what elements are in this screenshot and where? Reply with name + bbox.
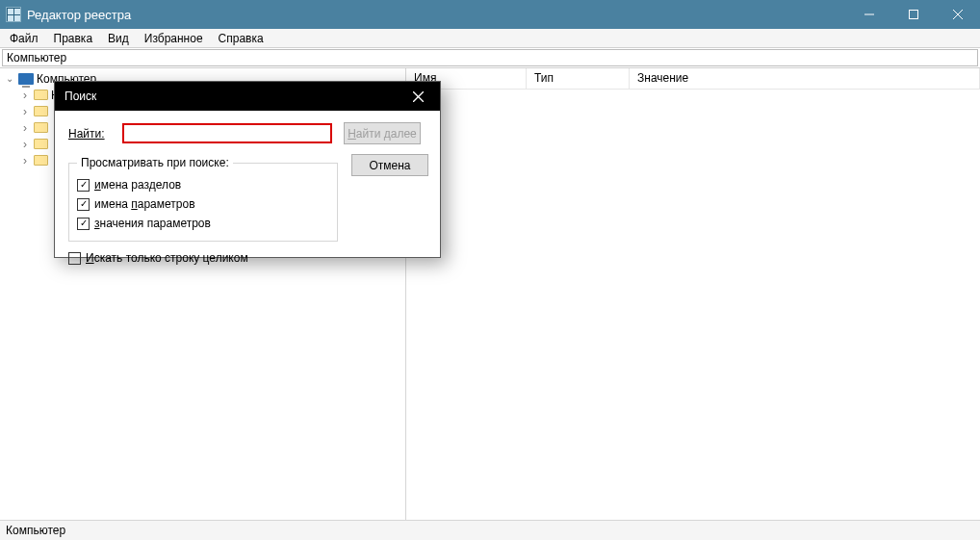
checkbox-whole-string[interactable] bbox=[68, 252, 81, 265]
close-button[interactable] bbox=[936, 0, 980, 29]
address-input[interactable] bbox=[2, 49, 978, 66]
dialog-close-button[interactable] bbox=[405, 84, 430, 109]
status-bar: Компьютер bbox=[0, 520, 980, 540]
folder-icon bbox=[34, 155, 48, 166]
app-icon bbox=[6, 7, 21, 22]
expander-icon[interactable] bbox=[4, 73, 15, 84]
folder-icon bbox=[34, 139, 48, 149]
computer-icon bbox=[18, 73, 34, 85]
menu-view[interactable]: Вид bbox=[100, 32, 137, 45]
list-header: Имя Тип Значение bbox=[406, 68, 980, 90]
look-at-legend: Просматривать при поиске: bbox=[77, 156, 233, 169]
expander-icon[interactable] bbox=[19, 154, 31, 167]
checkbox-keys-label: имена разделов bbox=[94, 178, 181, 192]
folder-icon bbox=[34, 122, 48, 133]
maximize-button[interactable] bbox=[891, 0, 936, 29]
checkbox-keys[interactable] bbox=[77, 179, 90, 192]
col-value[interactable]: Значение bbox=[630, 68, 980, 89]
checkbox-values[interactable] bbox=[77, 198, 90, 211]
menu-file[interactable]: Файл bbox=[2, 32, 46, 45]
menu-bar: Файл Правка Вид Избранное Справка bbox=[0, 29, 980, 48]
menu-edit[interactable]: Правка bbox=[46, 32, 101, 45]
checkbox-values-label: имена параметров bbox=[94, 197, 195, 211]
checkbox-data[interactable] bbox=[77, 218, 90, 230]
dialog-title: Поиск bbox=[64, 90, 96, 103]
find-input[interactable] bbox=[122, 123, 332, 143]
expander-icon[interactable] bbox=[19, 138, 31, 151]
find-label: Найти: bbox=[68, 127, 122, 141]
menu-help[interactable]: Справка bbox=[211, 32, 271, 45]
minimize-button[interactable] bbox=[847, 0, 891, 29]
col-type[interactable]: Тип bbox=[527, 68, 630, 89]
title-bar: Редактор реестра bbox=[0, 0, 980, 29]
dialog-title-bar[interactable]: Поиск bbox=[55, 82, 440, 111]
window-title: Редактор реестра bbox=[27, 8, 131, 22]
folder-icon bbox=[34, 106, 48, 116]
menu-favorites[interactable]: Избранное bbox=[137, 32, 211, 45]
svg-rect-1 bbox=[910, 11, 918, 19]
list-pane: Имя Тип Значение bbox=[406, 68, 980, 520]
find-dialog: Поиск Найти: Найти далее Отмена Просматр… bbox=[54, 81, 441, 258]
folder-icon bbox=[34, 90, 48, 100]
checkbox-data-label: значения параметров bbox=[94, 217, 211, 230]
look-at-group: Просматривать при поиске: имена разделов… bbox=[68, 156, 338, 242]
find-next-button: Найти далее bbox=[344, 122, 421, 144]
expander-icon[interactable] bbox=[19, 89, 31, 102]
checkbox-whole-label: Искать только строку целиком bbox=[86, 251, 248, 265]
cancel-button[interactable]: Отмена bbox=[351, 154, 428, 176]
status-text: Компьютер bbox=[6, 524, 65, 537]
expander-icon[interactable] bbox=[19, 121, 31, 135]
expander-icon[interactable] bbox=[19, 105, 31, 118]
address-bar bbox=[0, 48, 980, 68]
